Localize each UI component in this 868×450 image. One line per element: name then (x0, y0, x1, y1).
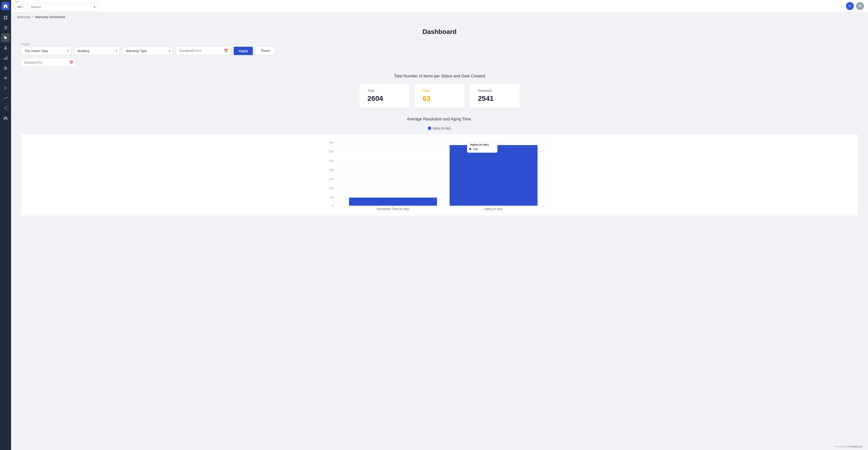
stat-card-total: Total 2604 (359, 84, 409, 108)
warranty-type-filter-group: Warranty Type (123, 47, 173, 55)
chart-container: 350 300 250 200 150 100 50 (21, 134, 858, 215)
svg-rect-11 (6, 67, 6, 68)
reset-button[interactable]: Reset (256, 46, 275, 55)
svg-point-4 (4, 37, 5, 37)
svg-text:Resolution Time (in day): Resolution Time (in day) (377, 207, 409, 210)
bar-chart-svg: 350 300 250 200 150 100 50 (29, 140, 850, 210)
svg-text:0: 0 (332, 204, 334, 207)
building-icon (3, 66, 8, 70)
sidebar-item-settings[interactable] (1, 84, 10, 92)
person-icon (3, 46, 8, 50)
breadcrumb: Warranty > Warranty Dashboard (11, 12, 868, 22)
chart-icon (3, 56, 8, 60)
filters-row-2: 📅 (21, 58, 858, 67)
duration-from-wrapper: 📅 (176, 46, 231, 55)
chart-legend: Aging (in day) (21, 126, 858, 130)
project-select[interactable]: The Urban Vista (21, 47, 71, 55)
stat-label-open: Open (423, 89, 456, 92)
share-icon (3, 106, 8, 110)
svg-text:336: 336 (473, 147, 478, 151)
sidebar-item-person[interactable] (1, 43, 10, 52)
breadcrumb-current: Warranty Dashboard (35, 15, 65, 19)
svg-point-17 (5, 87, 6, 89)
for-select-chevron: ▾ (22, 5, 23, 8)
breadcrumb-parent[interactable]: Warranty (17, 15, 30, 19)
sidebar-item-home[interactable] (1, 114, 10, 123)
trending-icon (3, 96, 8, 100)
svg-rect-8 (6, 57, 7, 60)
stats-section-title: Total Number of items per Status and Dat… (21, 74, 858, 79)
for-label: For (15, 0, 19, 3)
svg-text:Aging (in day): Aging (in day) (470, 143, 489, 146)
warranty-type-select[interactable]: Warranty Type (123, 47, 173, 55)
apply-button[interactable]: Apply (234, 47, 253, 55)
duration-to-input[interactable] (21, 58, 76, 67)
svg-rect-2 (4, 18, 5, 19)
svg-rect-6 (4, 58, 5, 60)
topbar-right: + N (846, 2, 864, 10)
search-input[interactable] (27, 3, 98, 10)
stat-card-open: Open 63 (414, 84, 465, 108)
sidebar-item-grid[interactable] (1, 13, 10, 22)
sidebar-item-badge[interactable] (1, 73, 10, 83)
svg-rect-7 (5, 57, 6, 60)
sidebar-item-document[interactable] (1, 23, 10, 32)
home-icon (3, 116, 8, 120)
logo-icon (3, 4, 8, 8)
sidebar-item-share[interactable] (1, 103, 10, 113)
stat-label-total: Total (367, 89, 401, 92)
settings-icon (3, 86, 8, 90)
svg-text:300: 300 (329, 150, 334, 153)
sidebar-item-tag[interactable] (1, 33, 10, 42)
stat-label-resolved: Resolved (478, 89, 512, 92)
building-select[interactable]: Building (74, 47, 120, 55)
stat-card-resolved: Resolved 2541 (470, 84, 520, 108)
sidebar-logo[interactable] (1, 2, 9, 10)
brand-name: // homejrny (849, 445, 862, 448)
main-content: For All ▾ ▾ + N Warranty > Warranty (11, 0, 868, 450)
duration-from-filter-group: 📅 (176, 46, 231, 55)
duration-from-input[interactable] (176, 46, 231, 55)
duration-to-wrapper: 📅 (21, 58, 76, 67)
user-avatar[interactable]: N (856, 2, 864, 10)
bar-resolution (349, 198, 437, 206)
add-button[interactable]: + (846, 2, 854, 10)
bar-aging (450, 145, 537, 206)
grid-icon (3, 15, 8, 20)
svg-text:100: 100 (329, 187, 334, 190)
search-chevron-icon: ▾ (94, 5, 95, 9)
svg-text:50: 50 (331, 196, 334, 199)
svg-text:250: 250 (329, 159, 334, 162)
stats-cards-row: Total 2604 Open 63 Resolved 2541 (21, 84, 858, 108)
svg-point-41 (469, 148, 471, 150)
sidebar-item-trending[interactable] (1, 93, 10, 102)
sidebar-item-building[interactable] (1, 63, 10, 72)
chart-area: 350 300 250 200 150 100 50 (29, 140, 850, 211)
svg-point-20 (6, 109, 7, 110)
chart-section-title: Average Resolution and Aging Time. (21, 117, 858, 121)
svg-point-5 (5, 46, 6, 48)
project-select-wrapper: The Urban Vista (21, 47, 71, 55)
legend-item-aging: Aging (in day) (428, 126, 451, 130)
legend-dot-aging (428, 127, 431, 130)
project-filter-group: Project The Urban Vista (21, 43, 71, 55)
svg-text:150: 150 (329, 178, 334, 181)
sidebar (0, 0, 11, 450)
sidebar-item-chart[interactable] (1, 53, 10, 62)
svg-text:350: 350 (329, 141, 334, 144)
svg-rect-10 (5, 67, 5, 68)
stat-value-resolved: 2541 (478, 94, 512, 102)
svg-point-18 (6, 106, 7, 107)
page-content: Dashboard Project The Urban Vista (11, 22, 868, 443)
tag-icon (3, 35, 8, 40)
svg-rect-0 (4, 16, 5, 17)
topbar: For All ▾ ▾ + N (11, 0, 868, 12)
svg-text:200: 200 (329, 169, 334, 172)
legend-label-aging: Aging (in day) (433, 126, 451, 130)
for-select[interactable]: All ▾ (15, 4, 25, 10)
filters-row-1: Project The Urban Vista Building (21, 43, 858, 55)
project-filter-label: Project (21, 43, 71, 46)
stat-value-total: 2604 (367, 94, 401, 102)
svg-point-19 (4, 108, 5, 109)
svg-rect-14 (5, 69, 6, 70)
